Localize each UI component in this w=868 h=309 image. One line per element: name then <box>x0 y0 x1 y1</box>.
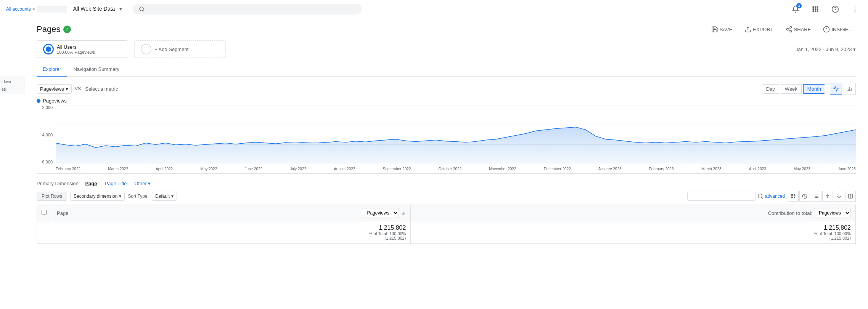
page-dimension-option[interactable]: Page <box>83 180 99 187</box>
date-range[interactable]: Jan 1, 2022 - Jun 9, 2023 ▾ <box>796 46 856 52</box>
sort-asc-button[interactable] <box>822 191 833 202</box>
page-title-dimension-option[interactable]: Page Title <box>103 180 129 187</box>
svg-rect-6 <box>815 8 816 10</box>
pageviews-metric-select[interactable]: Pageviews <box>362 208 399 218</box>
time-buttons: Day Week Month <box>762 84 825 94</box>
data-table: Page Pageviews <box>37 205 856 244</box>
pageviews-legend-dot <box>37 99 40 103</box>
segments-row: All Users 100.00% Pageviews + Add Segmen… <box>37 40 856 58</box>
x-label-14: April 2023 <box>749 167 766 171</box>
svg-rect-35 <box>791 194 793 196</box>
other-dimension-option[interactable]: Other ▾ <box>132 180 153 187</box>
segment-text: All Users 100.00% Pageviews <box>57 44 95 54</box>
week-button[interactable]: Week <box>781 84 802 94</box>
secondary-dimension-select[interactable]: Secondary dimension ▾ <box>70 192 125 201</box>
top-bar: All accounts > All Web Site Data ▾ 3 <box>0 0 868 18</box>
account-name-input[interactable] <box>37 6 67 13</box>
page-cell <box>52 221 154 244</box>
export-button[interactable]: EXPORT <box>741 24 776 34</box>
insights-icon <box>823 26 830 33</box>
x-label-9: November 2022 <box>489 167 516 171</box>
export-icon <box>744 26 751 33</box>
svg-point-17 <box>790 27 792 29</box>
day-button[interactable]: Day <box>762 84 779 94</box>
bar-chart-button[interactable] <box>844 83 856 95</box>
x-label-1: March 2022 <box>108 167 128 171</box>
pageviews-total-pct: % of Total: 100.00% <box>159 231 406 236</box>
svg-rect-4 <box>817 6 818 8</box>
chart-area <box>56 105 856 164</box>
all-users-segment[interactable]: All Users 100.00% Pageviews <box>37 40 128 58</box>
select-all-checkbox[interactable] <box>42 210 47 215</box>
pages-title-text: Pages <box>37 24 60 34</box>
notifications-badge: 3 <box>796 3 802 8</box>
svg-point-15 <box>855 11 856 12</box>
main-content: Pages ✓ SAVE EXPORT SHARE INSIGH... <box>24 18 868 250</box>
month-button[interactable]: Month <box>803 84 825 94</box>
contribution-total-cell: 1,215,802 % of Total: 100.00% (1,215,802… <box>411 221 856 244</box>
sort-type-select[interactable]: Default ▾ <box>152 192 177 201</box>
svg-rect-8 <box>813 10 814 12</box>
notifications-button[interactable]: 3 <box>789 2 802 16</box>
pageviews-legend-label: Pageviews <box>43 98 67 104</box>
save-button[interactable]: SAVE <box>708 24 736 34</box>
sort-desc-button[interactable] <box>834 191 844 202</box>
sort-type-label: Sort Type: <box>128 194 148 199</box>
contribution-metric-select[interactable]: Pageviews <box>814 208 851 218</box>
insights-button[interactable]: INSIGH... <box>820 24 856 34</box>
share-button[interactable]: SHARE <box>783 24 814 34</box>
pageviews-column-header: Pageviews <box>154 205 411 221</box>
x-label-5: July 2022 <box>290 167 306 171</box>
property-name: All Web Site Data <box>73 6 115 12</box>
share-icon <box>786 26 792 33</box>
tab-explorer[interactable]: Explorer <box>37 62 67 77</box>
pageviews-total-value: 1,215,802 <box>159 224 406 231</box>
columns-button[interactable] <box>845 191 856 202</box>
svg-point-18 <box>786 29 788 30</box>
x-label-7: September 2022 <box>383 167 411 171</box>
advanced-link[interactable]: advanced <box>765 194 785 199</box>
tab-navigation-summary[interactable]: Navigation Summary <box>67 62 125 77</box>
svg-line-34 <box>762 197 763 199</box>
sort-down-icon[interactable] <box>400 210 406 216</box>
pageviews-total-abs: (1,215,802) <box>159 236 406 240</box>
property-dropdown-icon[interactable]: ▾ <box>119 6 122 12</box>
svg-rect-10 <box>817 10 818 12</box>
line-chart-button[interactable] <box>830 83 842 95</box>
search-icon <box>139 6 145 12</box>
svg-rect-3 <box>815 6 816 8</box>
svg-point-0 <box>140 7 143 11</box>
table-row: 1,215,802 % of Total: 100.00% (1,215,802… <box>37 221 856 244</box>
list-icon <box>813 194 819 199</box>
x-label-8: October 2022 <box>439 167 462 171</box>
list-view-button[interactable] <box>811 191 821 202</box>
plot-rows-button[interactable]: Plot Rows <box>37 192 67 201</box>
svg-rect-9 <box>815 10 816 12</box>
table-search-input[interactable] <box>687 192 756 201</box>
svg-point-13 <box>855 6 856 7</box>
x-label-12: February 2023 <box>649 167 674 171</box>
help-button[interactable] <box>828 2 842 16</box>
segment-sub: 100.00% Pageviews <box>57 50 95 54</box>
more-button[interactable] <box>848 2 862 16</box>
contribution-total-value: 1,215,802 <box>415 224 851 231</box>
pie-icon <box>802 194 807 199</box>
x-label-16: June 2023 <box>838 167 856 171</box>
verified-check-icon: ✓ <box>63 26 71 33</box>
all-accounts-link[interactable]: All accounts <box>6 6 31 12</box>
add-segment-circle-icon <box>141 44 151 54</box>
segment-name: All Users <box>57 44 95 50</box>
select-metric[interactable]: Select a metric <box>85 86 118 92</box>
pie-view-button[interactable] <box>799 191 810 202</box>
primary-dimension-label: Primary Dimension: <box>37 181 80 186</box>
apps-button[interactable] <box>809 2 822 16</box>
sort-asc-icon <box>825 194 830 199</box>
primary-dimension-row: Primary Dimension: Page Page Title Other… <box>37 180 856 187</box>
grid-view-button[interactable] <box>788 191 799 202</box>
add-segment-button[interactable]: + Add Segment <box>134 40 226 58</box>
metric-dropdown[interactable]: Pageviews ▾ <box>37 84 72 94</box>
search-table-icon[interactable] <box>757 193 764 199</box>
search-bar[interactable] <box>133 4 362 14</box>
search-input[interactable] <box>148 6 356 12</box>
breakdown-label: ldown <box>2 79 13 84</box>
